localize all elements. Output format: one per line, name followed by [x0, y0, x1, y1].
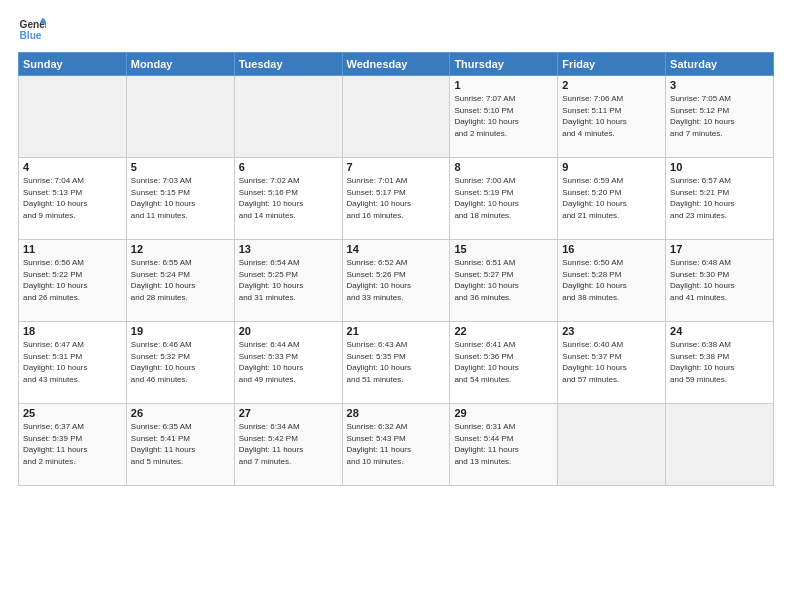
table-row: 3Sunrise: 7:05 AM Sunset: 5:12 PM Daylig… [666, 76, 774, 158]
day-number: 10 [670, 161, 769, 173]
table-row [558, 404, 666, 486]
logo-icon: General Blue [18, 16, 46, 44]
table-row: 9Sunrise: 6:59 AM Sunset: 5:20 PM Daylig… [558, 158, 666, 240]
day-number: 26 [131, 407, 230, 419]
day-info: Sunrise: 7:07 AM Sunset: 5:10 PM Dayligh… [454, 93, 553, 139]
table-row: 8Sunrise: 7:00 AM Sunset: 5:19 PM Daylig… [450, 158, 558, 240]
table-row: 29Sunrise: 6:31 AM Sunset: 5:44 PM Dayli… [450, 404, 558, 486]
table-row: 1Sunrise: 7:07 AM Sunset: 5:10 PM Daylig… [450, 76, 558, 158]
calendar-week-1: 1Sunrise: 7:07 AM Sunset: 5:10 PM Daylig… [19, 76, 774, 158]
day-info: Sunrise: 6:46 AM Sunset: 5:32 PM Dayligh… [131, 339, 230, 385]
weekday-header-sunday: Sunday [19, 53, 127, 76]
calendar-table: SundayMondayTuesdayWednesdayThursdayFrid… [18, 52, 774, 486]
day-info: Sunrise: 7:06 AM Sunset: 5:11 PM Dayligh… [562, 93, 661, 139]
day-info: Sunrise: 6:40 AM Sunset: 5:37 PM Dayligh… [562, 339, 661, 385]
calendar-week-3: 11Sunrise: 6:56 AM Sunset: 5:22 PM Dayli… [19, 240, 774, 322]
day-info: Sunrise: 6:48 AM Sunset: 5:30 PM Dayligh… [670, 257, 769, 303]
table-row: 28Sunrise: 6:32 AM Sunset: 5:43 PM Dayli… [342, 404, 450, 486]
svg-text:Blue: Blue [20, 30, 42, 41]
table-row: 24Sunrise: 6:38 AM Sunset: 5:38 PM Dayli… [666, 322, 774, 404]
day-info: Sunrise: 6:51 AM Sunset: 5:27 PM Dayligh… [454, 257, 553, 303]
calendar-week-4: 18Sunrise: 6:47 AM Sunset: 5:31 PM Dayli… [19, 322, 774, 404]
weekday-header-friday: Friday [558, 53, 666, 76]
weekday-header-wednesday: Wednesday [342, 53, 450, 76]
day-info: Sunrise: 6:56 AM Sunset: 5:22 PM Dayligh… [23, 257, 122, 303]
page-header: General Blue [18, 16, 774, 44]
day-number: 17 [670, 243, 769, 255]
calendar-week-5: 25Sunrise: 6:37 AM Sunset: 5:39 PM Dayli… [19, 404, 774, 486]
day-number: 1 [454, 79, 553, 91]
day-number: 23 [562, 325, 661, 337]
table-row: 4Sunrise: 7:04 AM Sunset: 5:13 PM Daylig… [19, 158, 127, 240]
day-number: 11 [23, 243, 122, 255]
day-number: 20 [239, 325, 338, 337]
table-row: 15Sunrise: 6:51 AM Sunset: 5:27 PM Dayli… [450, 240, 558, 322]
day-info: Sunrise: 7:03 AM Sunset: 5:15 PM Dayligh… [131, 175, 230, 221]
table-row: 22Sunrise: 6:41 AM Sunset: 5:36 PM Dayli… [450, 322, 558, 404]
day-info: Sunrise: 7:00 AM Sunset: 5:19 PM Dayligh… [454, 175, 553, 221]
table-row: 12Sunrise: 6:55 AM Sunset: 5:24 PM Dayli… [126, 240, 234, 322]
table-row: 25Sunrise: 6:37 AM Sunset: 5:39 PM Dayli… [19, 404, 127, 486]
table-row [19, 76, 127, 158]
day-number: 21 [347, 325, 446, 337]
table-row: 17Sunrise: 6:48 AM Sunset: 5:30 PM Dayli… [666, 240, 774, 322]
day-number: 9 [562, 161, 661, 173]
table-row: 6Sunrise: 7:02 AM Sunset: 5:16 PM Daylig… [234, 158, 342, 240]
weekday-header-row: SundayMondayTuesdayWednesdayThursdayFrid… [19, 53, 774, 76]
table-row: 5Sunrise: 7:03 AM Sunset: 5:15 PM Daylig… [126, 158, 234, 240]
day-info: Sunrise: 6:52 AM Sunset: 5:26 PM Dayligh… [347, 257, 446, 303]
table-row: 7Sunrise: 7:01 AM Sunset: 5:17 PM Daylig… [342, 158, 450, 240]
day-info: Sunrise: 6:54 AM Sunset: 5:25 PM Dayligh… [239, 257, 338, 303]
table-row: 13Sunrise: 6:54 AM Sunset: 5:25 PM Dayli… [234, 240, 342, 322]
day-info: Sunrise: 6:44 AM Sunset: 5:33 PM Dayligh… [239, 339, 338, 385]
day-info: Sunrise: 6:57 AM Sunset: 5:21 PM Dayligh… [670, 175, 769, 221]
day-number: 3 [670, 79, 769, 91]
day-info: Sunrise: 7:05 AM Sunset: 5:12 PM Dayligh… [670, 93, 769, 139]
day-info: Sunrise: 6:38 AM Sunset: 5:38 PM Dayligh… [670, 339, 769, 385]
day-info: Sunrise: 6:59 AM Sunset: 5:20 PM Dayligh… [562, 175, 661, 221]
day-number: 14 [347, 243, 446, 255]
day-number: 7 [347, 161, 446, 173]
day-info: Sunrise: 6:50 AM Sunset: 5:28 PM Dayligh… [562, 257, 661, 303]
day-info: Sunrise: 6:55 AM Sunset: 5:24 PM Dayligh… [131, 257, 230, 303]
day-number: 8 [454, 161, 553, 173]
table-row: 27Sunrise: 6:34 AM Sunset: 5:42 PM Dayli… [234, 404, 342, 486]
table-row: 20Sunrise: 6:44 AM Sunset: 5:33 PM Dayli… [234, 322, 342, 404]
table-row: 18Sunrise: 6:47 AM Sunset: 5:31 PM Dayli… [19, 322, 127, 404]
day-info: Sunrise: 7:02 AM Sunset: 5:16 PM Dayligh… [239, 175, 338, 221]
table-row: 2Sunrise: 7:06 AM Sunset: 5:11 PM Daylig… [558, 76, 666, 158]
table-row [234, 76, 342, 158]
day-number: 25 [23, 407, 122, 419]
calendar-page: General Blue SundayMondayTuesdayWednesda… [0, 0, 792, 612]
table-row [126, 76, 234, 158]
table-row: 14Sunrise: 6:52 AM Sunset: 5:26 PM Dayli… [342, 240, 450, 322]
table-row: 11Sunrise: 6:56 AM Sunset: 5:22 PM Dayli… [19, 240, 127, 322]
day-number: 4 [23, 161, 122, 173]
day-number: 27 [239, 407, 338, 419]
day-info: Sunrise: 6:32 AM Sunset: 5:43 PM Dayligh… [347, 421, 446, 467]
day-info: Sunrise: 6:34 AM Sunset: 5:42 PM Dayligh… [239, 421, 338, 467]
table-row: 21Sunrise: 6:43 AM Sunset: 5:35 PM Dayli… [342, 322, 450, 404]
day-number: 19 [131, 325, 230, 337]
day-number: 22 [454, 325, 553, 337]
weekday-header-saturday: Saturday [666, 53, 774, 76]
calendar-week-2: 4Sunrise: 7:04 AM Sunset: 5:13 PM Daylig… [19, 158, 774, 240]
day-number: 2 [562, 79, 661, 91]
day-number: 16 [562, 243, 661, 255]
table-row: 23Sunrise: 6:40 AM Sunset: 5:37 PM Dayli… [558, 322, 666, 404]
day-info: Sunrise: 6:41 AM Sunset: 5:36 PM Dayligh… [454, 339, 553, 385]
day-number: 24 [670, 325, 769, 337]
day-number: 18 [23, 325, 122, 337]
weekday-header-tuesday: Tuesday [234, 53, 342, 76]
day-number: 6 [239, 161, 338, 173]
table-row: 19Sunrise: 6:46 AM Sunset: 5:32 PM Dayli… [126, 322, 234, 404]
table-row [666, 404, 774, 486]
weekday-header-monday: Monday [126, 53, 234, 76]
weekday-header-thursday: Thursday [450, 53, 558, 76]
table-row: 16Sunrise: 6:50 AM Sunset: 5:28 PM Dayli… [558, 240, 666, 322]
day-number: 15 [454, 243, 553, 255]
table-row [342, 76, 450, 158]
table-row: 26Sunrise: 6:35 AM Sunset: 5:41 PM Dayli… [126, 404, 234, 486]
day-number: 28 [347, 407, 446, 419]
day-info: Sunrise: 7:04 AM Sunset: 5:13 PM Dayligh… [23, 175, 122, 221]
